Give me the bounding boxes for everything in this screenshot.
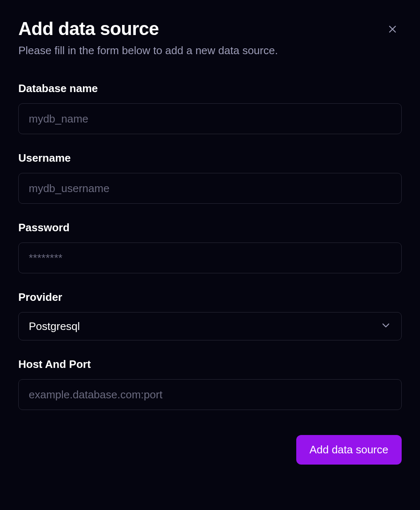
username-label: Username [18, 152, 402, 165]
close-button[interactable] [383, 20, 402, 40]
provider-select-wrapper: Postgresql [18, 312, 402, 340]
dialog-header: Add data source Please fill in the form … [18, 18, 402, 57]
close-icon [387, 23, 398, 36]
dialog-footer: Add data source [18, 435, 402, 465]
host-port-group: Host And Port [18, 358, 402, 410]
host-port-input[interactable] [18, 379, 402, 410]
database-name-group: Database name [18, 82, 402, 134]
password-input[interactable] [18, 242, 402, 273]
add-data-source-button[interactable]: Add data source [296, 435, 402, 465]
username-group: Username [18, 152, 402, 204]
dialog-subtitle: Please fill in the form below to add a n… [18, 44, 383, 57]
provider-label: Provider [18, 291, 402, 304]
database-name-input[interactable] [18, 103, 402, 134]
password-group: Password [18, 221, 402, 273]
provider-group: Provider Postgresql [18, 291, 402, 340]
password-label: Password [18, 221, 402, 234]
dialog-title: Add data source [18, 18, 383, 39]
provider-select[interactable]: Postgresql [18, 312, 402, 340]
database-name-label: Database name [18, 82, 402, 95]
username-input[interactable] [18, 173, 402, 204]
header-text: Add data source Please fill in the form … [18, 18, 383, 57]
data-source-form: Database name Username Password Provider… [18, 82, 402, 465]
host-port-label: Host And Port [18, 358, 402, 371]
